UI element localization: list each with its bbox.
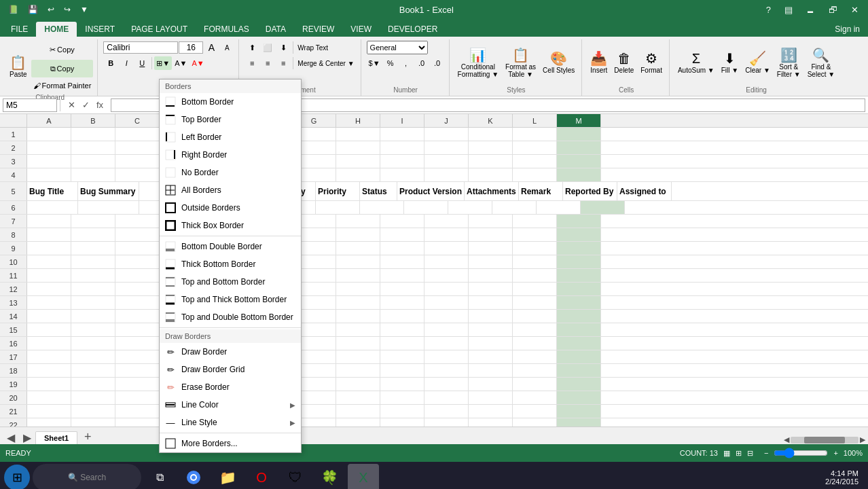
cell[interactable] [115, 378, 160, 391]
border-button[interactable]: ⊞▼ [154, 56, 172, 70]
cell[interactable] [557, 364, 601, 377]
cell[interactable] [27, 378, 71, 391]
header-cell-status[interactable]: Status [360, 182, 397, 200]
all-borders-item[interactable]: All Borders [160, 181, 301, 199]
bottom-border-item[interactable]: Bottom Border [160, 93, 301, 111]
align-right-button[interactable]: ≡ [276, 56, 291, 70]
zoom-in-button[interactable]: + [833, 449, 837, 457]
thick-box-border-item[interactable]: Thick Box Border [160, 217, 301, 234]
cut-button[interactable]: ✂ Copy [31, 41, 94, 58]
number-format-select[interactable]: General [367, 41, 428, 54]
insert-button[interactable]: 📥 Insert [587, 45, 610, 82]
cell[interactable] [424, 283, 469, 295]
outside-borders-item[interactable]: Outside Borders [160, 199, 301, 217]
cell[interactable] [469, 228, 513, 241]
cell[interactable] [115, 168, 160, 181]
cell[interactable] [336, 337, 380, 350]
cell[interactable] [380, 228, 424, 241]
cell[interactable] [336, 128, 380, 141]
cell[interactable] [27, 350, 71, 363]
conditional-formatting-button[interactable]: 📊 ConditionalFormatting ▼ [455, 45, 501, 82]
cell[interactable] [336, 155, 380, 168]
cell[interactable] [115, 141, 160, 154]
tab-developer[interactable]: DEVELOPER [380, 22, 446, 37]
tab-insert[interactable]: INSERT [77, 22, 123, 37]
cell[interactable] [557, 141, 601, 154]
align-middle-button[interactable]: ⬜ [260, 41, 275, 54]
cell[interactable] [469, 242, 513, 255]
cell[interactable] [71, 405, 115, 418]
clock[interactable]: 4:14 PM 2/24/2015 [820, 469, 864, 486]
cell[interactable] [424, 155, 469, 168]
insert-function-button[interactable]: fx [94, 99, 105, 111]
cell[interactable] [71, 269, 115, 282]
align-top-button[interactable]: ⬆ [245, 41, 259, 54]
no-border-item[interactable]: No Border [160, 164, 301, 181]
tab-page-layout[interactable]: PAGE LAYOUT [123, 22, 196, 37]
top-double-bottom-border-item[interactable]: Top and Double Bottom Border [160, 308, 301, 326]
cell[interactable] [469, 310, 513, 323]
cell[interactable] [513, 242, 557, 255]
cell[interactable] [557, 215, 601, 228]
cell[interactable] [380, 391, 424, 404]
cell[interactable] [336, 323, 380, 336]
cell[interactable] [513, 364, 557, 377]
top-thick-bottom-border-item[interactable]: Top and Thick Bottom Border [160, 291, 301, 308]
cell[interactable] [27, 337, 71, 350]
col-header-I[interactable]: I [380, 114, 424, 127]
cell[interactable] [115, 269, 160, 282]
cell[interactable] [469, 418, 513, 427]
redo-icon[interactable]: ↪ [61, 3, 73, 16]
autosum-button[interactable]: Σ AutoSum ▼ [675, 45, 717, 82]
add-sheet-button[interactable]: + [79, 430, 97, 444]
cell[interactable] [336, 310, 380, 323]
cell[interactable] [469, 215, 513, 228]
cell[interactable] [513, 378, 557, 391]
cancel-formula-button[interactable]: ✕ [66, 99, 77, 111]
format-as-table-button[interactable]: 📋 Format asTable ▼ [503, 45, 539, 82]
cell[interactable] [513, 215, 557, 228]
tab-data[interactable]: DATA [257, 22, 294, 37]
cell[interactable] [71, 418, 115, 427]
cell[interactable] [513, 405, 557, 418]
cell[interactable] [492, 201, 537, 214]
cell[interactable] [27, 201, 78, 214]
cell[interactable] [557, 228, 601, 241]
cell[interactable] [27, 418, 71, 427]
cell[interactable] [27, 364, 71, 377]
cell[interactable] [469, 155, 513, 168]
cell[interactable] [115, 228, 160, 241]
cell-styles-button[interactable]: 🎨 Cell Styles [540, 45, 577, 82]
format-button[interactable]: ⚙ Format [638, 45, 665, 82]
line-style-item[interactable]: — Line Style ▶ [160, 414, 301, 431]
cell[interactable] [380, 215, 424, 228]
cell[interactable] [27, 405, 71, 418]
cell[interactable] [336, 391, 380, 404]
cell[interactable] [424, 350, 469, 363]
cell[interactable] [380, 337, 424, 350]
cell[interactable] [380, 242, 424, 255]
cell[interactable] [27, 215, 71, 228]
cell[interactable] [513, 350, 557, 363]
cell[interactable] [115, 296, 160, 309]
cell[interactable] [71, 391, 115, 404]
cell[interactable] [27, 155, 71, 168]
cell[interactable] [27, 283, 71, 295]
cell[interactable] [469, 350, 513, 363]
ribbon-display-button[interactable]: ▤ [780, 3, 797, 16]
cell[interactable] [71, 128, 115, 141]
italic-button[interactable]: I [119, 56, 134, 70]
col-header-C[interactable]: C [115, 114, 160, 127]
cell[interactable] [380, 269, 424, 282]
cell[interactable] [424, 418, 469, 427]
cell[interactable] [115, 337, 160, 350]
cell[interactable] [27, 128, 71, 141]
col-header-J[interactable]: J [424, 114, 469, 127]
close-button[interactable]: ✕ [847, 3, 863, 16]
cell[interactable] [424, 141, 469, 154]
draw-border-grid-item[interactable]: ✏ Draw Border Grid [160, 361, 301, 378]
cell[interactable] [513, 391, 557, 404]
header-cell-assigned-to[interactable]: Assigned to [617, 182, 672, 200]
cell[interactable] [513, 310, 557, 323]
tab-formulas[interactable]: FORMULAS [196, 22, 257, 37]
